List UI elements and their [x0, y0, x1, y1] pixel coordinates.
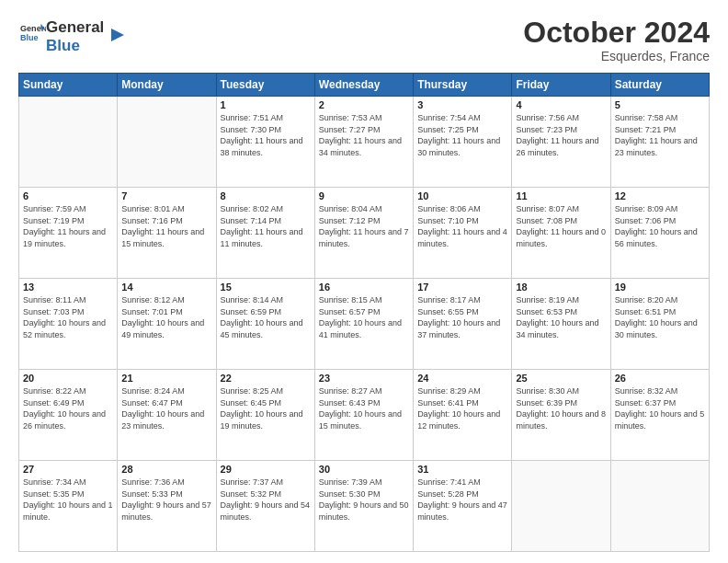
day-cell [118, 97, 216, 188]
day-info: Sunrise: 8:20 AMSunset: 6:51 PMDaylight:… [615, 294, 705, 340]
day-cell: 22 Sunrise: 8:25 AMSunset: 6:45 PMDaylig… [216, 370, 314, 461]
day-info: Sunrise: 8:29 AMSunset: 6:41 PMDaylight:… [417, 385, 507, 431]
day-cell: 31 Sunrise: 7:41 AMSunset: 5:28 PMDaylig… [414, 461, 512, 552]
day-number: 28 [121, 464, 211, 475]
month-title: October 2024 [523, 17, 710, 49]
day-cell: 10 Sunrise: 8:06 AMSunset: 7:10 PMDaylig… [414, 188, 512, 279]
day-number: 3 [417, 99, 507, 110]
day-number: 22 [221, 373, 311, 384]
svg-marker-3 [111, 29, 124, 41]
week-row-1: 1 Sunrise: 7:51 AMSunset: 7:30 PMDayligh… [19, 97, 710, 188]
day-number: 14 [121, 282, 211, 293]
day-number: 21 [121, 373, 211, 384]
day-number: 31 [417, 464, 507, 475]
location: Esquerdes, France [523, 49, 710, 63]
day-info: Sunrise: 7:59 AMSunset: 7:19 PMDaylight:… [23, 203, 113, 249]
col-monday: Monday [118, 74, 216, 97]
day-number: 29 [221, 464, 311, 475]
day-number: 10 [417, 190, 507, 201]
day-info: Sunrise: 8:02 AMSunset: 7:14 PMDaylight:… [221, 203, 311, 249]
day-cell: 13 Sunrise: 8:11 AMSunset: 7:03 PMDaylig… [19, 279, 118, 370]
week-row-5: 27 Sunrise: 7:34 AMSunset: 5:35 PMDaylig… [19, 461, 710, 552]
day-info: Sunrise: 8:09 AMSunset: 7:06 PMDaylight:… [615, 203, 705, 249]
logo-blue: Blue [46, 37, 104, 55]
day-info: Sunrise: 7:37 AMSunset: 5:32 PMDaylight:… [221, 477, 311, 523]
day-info: Sunrise: 8:17 AMSunset: 6:55 PMDaylight:… [417, 294, 507, 340]
day-info: Sunrise: 8:04 AMSunset: 7:12 PMDaylight:… [319, 203, 409, 249]
day-cell: 26 Sunrise: 8:32 AMSunset: 6:37 PMDaylig… [610, 370, 709, 461]
col-friday: Friday [512, 74, 610, 97]
day-cell: 4 Sunrise: 7:56 AMSunset: 7:23 PMDayligh… [512, 97, 610, 188]
calendar-table: Sunday Monday Tuesday Wednesday Thursday… [18, 73, 710, 552]
day-info: Sunrise: 8:22 AMSunset: 6:49 PMDaylight:… [23, 385, 113, 431]
day-cell: 9 Sunrise: 8:04 AMSunset: 7:12 PMDayligh… [314, 188, 413, 279]
day-number: 2 [319, 99, 409, 110]
day-cell: 30 Sunrise: 7:39 AMSunset: 5:30 PMDaylig… [314, 461, 413, 552]
logo-chevron-icon [108, 25, 128, 45]
logo: General Blue General Blue [18, 17, 128, 54]
day-number: 7 [121, 190, 211, 201]
day-info: Sunrise: 8:27 AMSunset: 6:43 PMDaylight:… [319, 385, 409, 431]
day-info: Sunrise: 8:19 AMSunset: 6:53 PMDaylight:… [516, 294, 606, 340]
day-number: 25 [516, 373, 606, 384]
day-info: Sunrise: 8:32 AMSunset: 6:37 PMDaylight:… [615, 385, 705, 431]
day-cell: 5 Sunrise: 7:58 AMSunset: 7:21 PMDayligh… [610, 97, 709, 188]
day-cell [512, 461, 610, 552]
day-cell [610, 461, 709, 552]
day-info: Sunrise: 7:36 AMSunset: 5:33 PMDaylight:… [121, 477, 211, 523]
logo-general: General [46, 18, 104, 37]
day-info: Sunrise: 8:15 AMSunset: 6:57 PMDaylight:… [319, 294, 409, 340]
week-row-2: 6 Sunrise: 7:59 AMSunset: 7:19 PMDayligh… [19, 188, 710, 279]
day-info: Sunrise: 8:12 AMSunset: 7:01 PMDaylight:… [121, 294, 211, 340]
day-cell: 11 Sunrise: 8:07 AMSunset: 7:08 PMDaylig… [512, 188, 610, 279]
day-info: Sunrise: 8:14 AMSunset: 6:59 PMDaylight:… [221, 294, 311, 340]
day-cell [19, 97, 118, 188]
day-info: Sunrise: 7:51 AMSunset: 7:30 PMDaylight:… [221, 112, 311, 158]
day-number: 20 [23, 373, 113, 384]
day-cell: 28 Sunrise: 7:36 AMSunset: 5:33 PMDaylig… [118, 461, 216, 552]
day-cell: 2 Sunrise: 7:53 AMSunset: 7:27 PMDayligh… [314, 97, 413, 188]
day-number: 27 [23, 464, 113, 475]
day-number: 1 [221, 99, 311, 110]
day-number: 11 [516, 190, 606, 201]
day-number: 15 [221, 282, 311, 293]
calendar-header-row: Sunday Monday Tuesday Wednesday Thursday… [19, 74, 710, 97]
day-cell: 1 Sunrise: 7:51 AMSunset: 7:30 PMDayligh… [216, 97, 314, 188]
week-row-3: 13 Sunrise: 8:11 AMSunset: 7:03 PMDaylig… [19, 279, 710, 370]
week-row-4: 20 Sunrise: 8:22 AMSunset: 6:49 PMDaylig… [19, 370, 710, 461]
day-cell: 16 Sunrise: 8:15 AMSunset: 6:57 PMDaylig… [314, 279, 413, 370]
day-cell: 15 Sunrise: 8:14 AMSunset: 6:59 PMDaylig… [216, 279, 314, 370]
day-number: 4 [516, 99, 606, 110]
day-number: 5 [615, 99, 705, 110]
title-block: October 2024 Esquerdes, France [523, 17, 710, 63]
day-info: Sunrise: 8:30 AMSunset: 6:39 PMDaylight:… [516, 385, 606, 431]
day-info: Sunrise: 8:07 AMSunset: 7:08 PMDaylight:… [516, 203, 606, 249]
day-cell: 7 Sunrise: 8:01 AMSunset: 7:16 PMDayligh… [118, 188, 216, 279]
day-cell: 12 Sunrise: 8:09 AMSunset: 7:06 PMDaylig… [610, 188, 709, 279]
day-number: 30 [319, 464, 409, 475]
col-saturday: Saturday [610, 74, 709, 97]
day-cell: 21 Sunrise: 8:24 AMSunset: 6:47 PMDaylig… [118, 370, 216, 461]
day-info: Sunrise: 7:39 AMSunset: 5:30 PMDaylight:… [319, 477, 409, 523]
day-cell: 29 Sunrise: 7:37 AMSunset: 5:32 PMDaylig… [216, 461, 314, 552]
day-cell: 8 Sunrise: 8:02 AMSunset: 7:14 PMDayligh… [216, 188, 314, 279]
day-cell: 25 Sunrise: 8:30 AMSunset: 6:39 PMDaylig… [512, 370, 610, 461]
day-number: 16 [319, 282, 409, 293]
day-cell: 27 Sunrise: 7:34 AMSunset: 5:35 PMDaylig… [19, 461, 118, 552]
day-info: Sunrise: 7:56 AMSunset: 7:23 PMDaylight:… [516, 112, 606, 158]
day-cell: 20 Sunrise: 8:22 AMSunset: 6:49 PMDaylig… [19, 370, 118, 461]
day-info: Sunrise: 8:25 AMSunset: 6:45 PMDaylight:… [221, 385, 311, 431]
day-info: Sunrise: 8:01 AMSunset: 7:16 PMDaylight:… [121, 203, 211, 249]
day-number: 9 [319, 190, 409, 201]
day-number: 6 [23, 190, 113, 201]
day-cell: 14 Sunrise: 8:12 AMSunset: 7:01 PMDaylig… [118, 279, 216, 370]
day-cell: 3 Sunrise: 7:54 AMSunset: 7:25 PMDayligh… [414, 97, 512, 188]
day-number: 12 [615, 190, 705, 201]
svg-text:Blue: Blue [20, 33, 39, 42]
col-sunday: Sunday [19, 74, 118, 97]
day-number: 13 [23, 282, 113, 293]
day-cell: 6 Sunrise: 7:59 AMSunset: 7:19 PMDayligh… [19, 188, 118, 279]
day-cell: 23 Sunrise: 8:27 AMSunset: 6:43 PMDaylig… [314, 370, 413, 461]
day-cell: 17 Sunrise: 8:17 AMSunset: 6:55 PMDaylig… [414, 279, 512, 370]
day-info: Sunrise: 7:54 AMSunset: 7:25 PMDaylight:… [417, 112, 507, 158]
